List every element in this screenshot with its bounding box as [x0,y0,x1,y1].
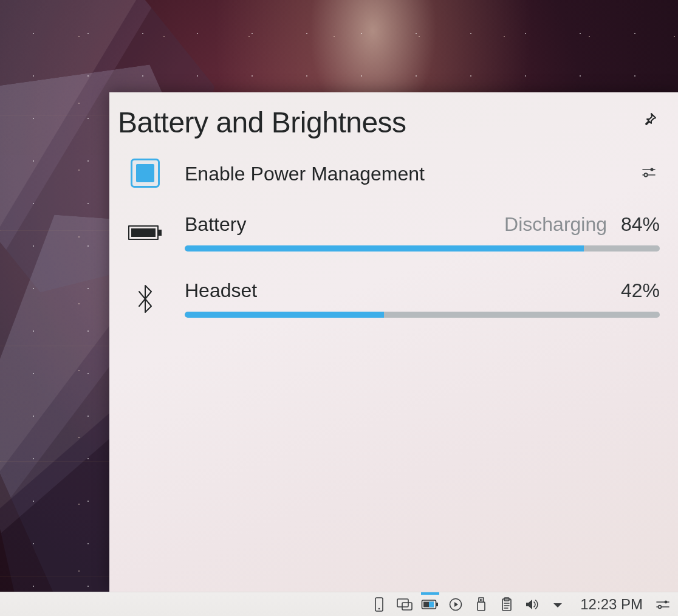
configure-icon [654,597,671,612]
battery-status: Discharging [504,213,607,235]
kde-connect-icon [372,597,386,612]
volume-tray[interactable] [521,593,544,616]
svg-rect-7 [131,228,156,237]
battery-label: Battery [185,213,246,236]
battery-tray-icon [421,599,439,610]
configure-power-button[interactable] [638,161,660,183]
headset-label: Headset [185,279,257,302]
battery-progress [185,245,660,252]
clipboard-tray[interactable] [495,593,518,616]
pin-icon [643,112,657,126]
battery-tray[interactable] [419,593,442,616]
volume-icon [524,597,540,612]
svg-point-30 [659,605,662,608]
svg-rect-8 [158,230,162,236]
svg-rect-16 [429,601,434,607]
headset-progress-fill [185,312,384,318]
enable-power-management-label: Enable Power Management [185,163,425,185]
headset-progress [185,312,660,318]
svg-rect-21 [482,599,483,601]
display-tray[interactable] [393,593,416,616]
kde-connect-tray[interactable] [368,593,391,616]
configure-icon [640,163,657,180]
pin-button[interactable] [640,109,660,129]
bluetooth-icon [133,283,157,315]
media-play-icon [448,597,463,612]
media-tray[interactable] [444,593,467,616]
svg-rect-14 [436,603,438,606]
enable-power-management-checkbox[interactable] [131,159,160,188]
system-settings-tray[interactable] [651,593,674,616]
svg-rect-18 [479,598,484,602]
battery-brightness-popup: Battery and Brightness Enable Power Mana… [109,92,678,592]
headset-percent: 42% [621,279,660,301]
popup-title: Battery and Brightness [118,106,406,139]
chevron-down-icon [552,601,564,609]
svg-point-10 [378,607,380,609]
usb-device-icon [475,597,487,612]
svg-rect-20 [480,599,481,601]
system-tray: 12:23 PM [368,593,674,616]
battery-percent: 84% [621,213,660,235]
checkbox-checked-icon [136,164,154,182]
svg-rect-19 [478,602,485,611]
usb-tray[interactable] [470,593,493,616]
taskbar-clock[interactable]: 12:23 PM [572,596,649,613]
svg-rect-12 [402,603,412,610]
tray-expand-button[interactable] [546,593,569,616]
svg-point-28 [665,600,668,603]
taskbar: 12:23 PM [0,592,678,616]
clipboard-icon [500,597,513,612]
display-icon [396,597,413,612]
svg-point-1 [650,168,653,171]
battery-progress-fill [185,245,584,252]
battery-icon [128,224,163,242]
